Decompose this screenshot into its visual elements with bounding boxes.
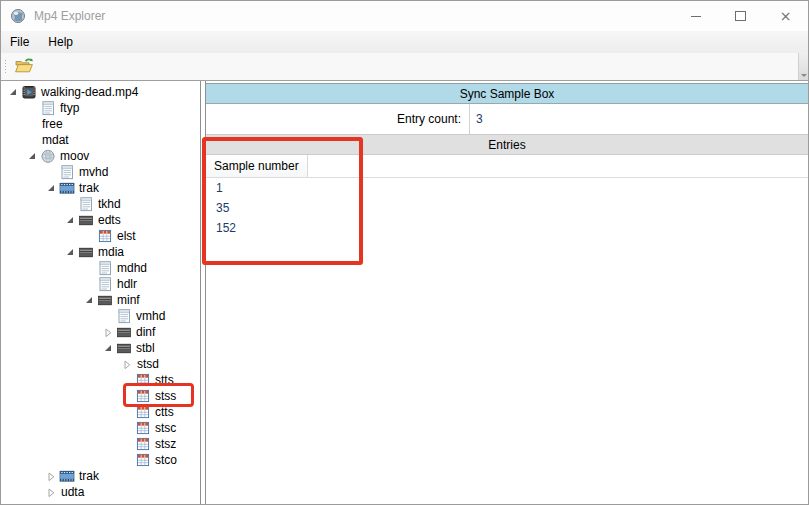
tree-item-label: free xyxy=(40,116,65,132)
close-button[interactable]: × xyxy=(763,1,808,31)
entry-count-value[interactable]: 3 xyxy=(469,104,808,134)
tree-item-vmhd[interactable]: vmhd xyxy=(1,308,200,324)
expander-expanded-icon[interactable] xyxy=(46,182,59,194)
expander-collapsed-icon[interactable] xyxy=(46,486,59,498)
expander-spacer xyxy=(27,118,40,130)
expander-spacer xyxy=(122,438,135,450)
expander-collapsed-icon[interactable] xyxy=(103,326,116,338)
table-row[interactable]: 35 xyxy=(206,198,808,218)
menu-help[interactable]: Help xyxy=(41,32,80,52)
document-icon xyxy=(97,276,113,292)
expander-spacer xyxy=(122,390,135,402)
table-row[interactable]: 1 xyxy=(206,178,808,198)
box-tree-panel: walking-dead.mp4ftypfreemdatmoovmvhdtrak… xyxy=(1,81,201,504)
table-icon xyxy=(135,436,151,452)
open-file-button[interactable] xyxy=(10,55,37,79)
tree-item-udta[interactable]: udta xyxy=(1,484,200,500)
table-icon xyxy=(135,452,151,468)
tree-item-label: dinf xyxy=(134,324,157,340)
table-cell-sample-number: 35 xyxy=(216,201,229,215)
globe-icon xyxy=(40,148,56,164)
maximize-button[interactable] xyxy=(718,1,763,31)
tree-item-stss[interactable]: stss xyxy=(1,388,200,404)
expander-expanded-icon[interactable] xyxy=(84,294,97,306)
open-folder-icon xyxy=(14,57,34,77)
tree-item-walking-dead.mp4[interactable]: walking-dead.mp4 xyxy=(1,84,200,100)
filmstrip-icon xyxy=(59,468,75,484)
box-title-header: Sync Sample Box xyxy=(206,83,808,104)
app-window: Mp4 Explorer × File Help xyxy=(0,0,809,505)
expander-spacer xyxy=(122,374,135,386)
menubar: File Help xyxy=(1,31,808,53)
expander-expanded-icon[interactable] xyxy=(8,86,21,98)
minimize-button[interactable] xyxy=(673,1,718,31)
expander-expanded-icon[interactable] xyxy=(65,214,78,226)
tree-item-label: mdia xyxy=(96,244,126,260)
tree-item-mdat[interactable]: mdat xyxy=(1,132,200,148)
table-icon xyxy=(135,404,151,420)
tree-item-elst[interactable]: elst xyxy=(1,228,200,244)
document-icon xyxy=(40,100,56,116)
expander-spacer xyxy=(103,310,116,322)
expander-spacer xyxy=(46,166,59,178)
expander-collapsed-icon[interactable] xyxy=(46,470,59,482)
tree-item-trak[interactable]: trak xyxy=(1,180,200,196)
entry-count-label: Entry count: xyxy=(206,104,469,134)
tree-item-ctts[interactable]: ctts xyxy=(1,404,200,420)
expander-expanded-icon[interactable] xyxy=(27,150,40,162)
column-header-sample-number[interactable]: Sample number xyxy=(206,155,308,177)
tree-item-ftyp[interactable]: ftyp xyxy=(1,100,200,116)
tree-item-mvhd[interactable]: mvhd xyxy=(1,164,200,180)
tree-item-stts[interactable]: stts xyxy=(1,372,200,388)
toolbar-grip[interactable] xyxy=(4,59,7,75)
table-row[interactable]: 152 xyxy=(206,218,808,238)
box-icon xyxy=(78,212,94,228)
expander-spacer xyxy=(122,422,135,434)
expander-spacer xyxy=(84,278,97,290)
tree-item-tkhd[interactable]: tkhd xyxy=(1,196,200,212)
box-icon xyxy=(78,244,94,260)
tree-item-stsc[interactable]: stsc xyxy=(1,420,200,436)
tree-item-dinf[interactable]: dinf xyxy=(1,324,200,340)
tree-item-moov[interactable]: moov xyxy=(1,148,200,164)
tree-item-stco[interactable]: stco xyxy=(1,452,200,468)
tree-item-label: stsc xyxy=(153,420,178,436)
expander-expanded-icon[interactable] xyxy=(103,342,116,354)
entries-table-header: Sample number xyxy=(206,155,808,178)
video-file-icon xyxy=(21,84,37,100)
tree-item-stsz[interactable]: stsz xyxy=(1,436,200,452)
expander-collapsed-icon[interactable] xyxy=(122,358,135,370)
tree-item-mdia[interactable]: mdia xyxy=(1,244,200,260)
tree-item-label: elst xyxy=(115,228,138,244)
expander-expanded-icon[interactable] xyxy=(65,246,78,258)
tree-item-label: moov xyxy=(58,148,91,164)
tree-item-label: hdlr xyxy=(115,276,139,292)
filmstrip-icon xyxy=(59,180,75,196)
tree-item-label: mdhd xyxy=(115,260,149,276)
tree-item-free[interactable]: free xyxy=(1,116,200,132)
tree-item-label: stss xyxy=(153,388,178,404)
tree-item-edts[interactable]: edts xyxy=(1,212,200,228)
tree-item-hdlr[interactable]: hdlr xyxy=(1,276,200,292)
tree-item-label: stsz xyxy=(153,436,178,452)
box-icon xyxy=(97,292,113,308)
window-title: Mp4 Explorer xyxy=(34,9,105,23)
tree-item-mdhd[interactable]: mdhd xyxy=(1,260,200,276)
box-detail-panel: Sync Sample Box Entry count: 3 Entries S… xyxy=(205,81,808,504)
tree-item-label: stco xyxy=(153,452,179,468)
tree-item-label: mvhd xyxy=(77,164,110,180)
tree-item-stbl[interactable]: stbl xyxy=(1,340,200,356)
tree-item-label: tkhd xyxy=(96,196,123,212)
tree-item-trak[interactable]: trak xyxy=(1,468,200,484)
tree-item-stsd[interactable]: stsd xyxy=(1,356,200,372)
tree-item-minf[interactable]: minf xyxy=(1,292,200,308)
maximize-icon xyxy=(735,11,746,21)
expander-spacer xyxy=(84,230,97,242)
menu-file[interactable]: File xyxy=(3,32,36,52)
tree-item-label: ctts xyxy=(153,404,176,420)
toolbar-overflow-button[interactable] xyxy=(798,53,808,80)
tree-item-label: mdat xyxy=(40,132,71,148)
tree-item-label: ftyp xyxy=(58,100,81,116)
tree-item-label: minf xyxy=(115,292,142,308)
tree-item-label: edts xyxy=(96,212,123,228)
